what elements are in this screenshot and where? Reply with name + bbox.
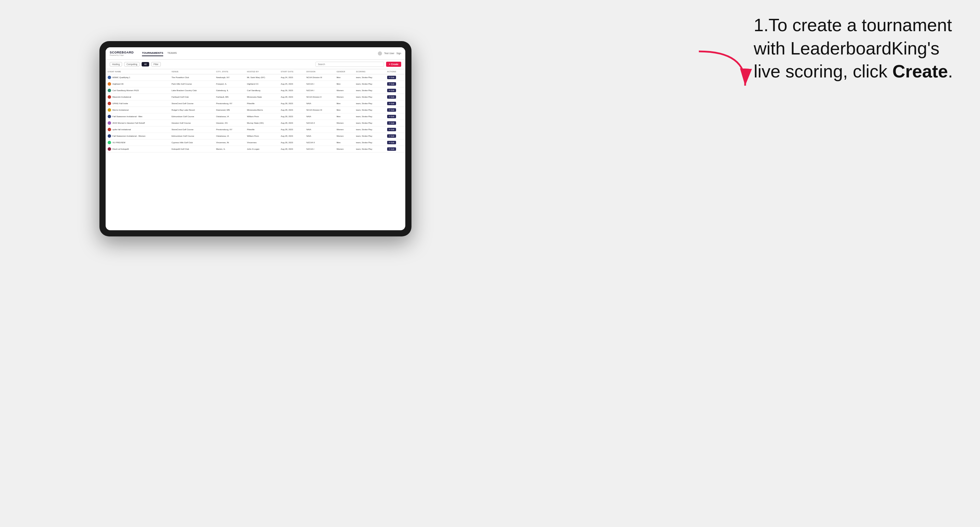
cell-division: NJCAA I — [304, 87, 335, 94]
cell-scoring: team, Stroke Play — [354, 81, 385, 87]
cell-gender: Women — [334, 133, 354, 140]
logo-area: SCOREBOARD Powered by Clippt — [110, 51, 134, 56]
cell-city-state: Newburgh, NY — [214, 75, 245, 81]
cell-scoring: team, Stroke Play — [354, 75, 385, 81]
event-name-text: UPIKE Fall Invite — [113, 102, 128, 105]
cell-scoring: team, Stroke Play — [354, 127, 385, 133]
toolbar: Hosting Competing All Filter + Create — [106, 60, 405, 69]
cell-venue: StoneCrest Golf Course — [169, 100, 214, 107]
edit-button[interactable]: ✏ Edit — [387, 102, 396, 105]
cell-hosted-by: Highland CC — [245, 81, 279, 87]
cell-event-name: MSMC Qualifying 1 — [106, 75, 169, 81]
filter-button[interactable]: Filter — [151, 62, 161, 67]
cell-actions: ✏ Edit — [385, 87, 405, 94]
cell-gender: Men — [334, 100, 354, 107]
table-body: MSMC Qualifying 1 The Powelton Club Newb… — [106, 75, 405, 152]
cell-event-name: upike fall invitational — [106, 127, 169, 133]
edit-button[interactable]: ✏ Edit — [387, 148, 396, 151]
cell-division: NAIA — [304, 100, 335, 107]
nav-tabs: TOURNAMENTS TEAMS — [142, 50, 372, 56]
gear-icon[interactable] — [378, 51, 382, 56]
table-row: Fall Statesmen Invitational - Women Edmu… — [106, 133, 405, 140]
team-icon — [108, 108, 111, 112]
cell-start-date: Aug 28, 2023 — [279, 133, 304, 140]
cell-city-state: Galesburg, IL — [214, 87, 245, 94]
event-name-text: Morris Invitational — [113, 109, 129, 111]
event-name-text: Carl Sandburg Women FA23 — [113, 89, 139, 92]
cell-event-name: Maverick Invitational — [106, 94, 169, 100]
tab-teams[interactable]: TEAMS — [167, 50, 177, 56]
edit-button[interactable]: ✏ Edit — [387, 121, 396, 125]
team-icon — [108, 128, 111, 131]
event-name-text: Highland 36 — [113, 83, 123, 85]
all-button[interactable]: All — [142, 62, 149, 67]
cell-city-state: Prestonsburg, KY — [214, 100, 245, 107]
edit-button[interactable]: ✏ Edit — [387, 76, 396, 79]
cell-hosted-by: Pikeville — [245, 127, 279, 133]
edit-button[interactable]: ✏ Edit — [387, 95, 396, 99]
edit-button[interactable]: ✏ Edit — [387, 82, 396, 86]
cell-gender: Men — [334, 81, 354, 87]
search-input[interactable] — [315, 62, 384, 67]
cell-venue: Edmundson Golf Course — [169, 133, 214, 140]
cell-venue: Edmundson Golf Course — [169, 113, 214, 120]
edit-button[interactable]: ✏ Edit — [387, 108, 396, 112]
cell-actions: ✏ Edit — [385, 100, 405, 107]
competing-button[interactable]: Competing — [124, 62, 140, 67]
cell-start-date: Aug 28, 2023 — [279, 113, 304, 120]
cell-actions: ✏ Edit — [385, 146, 405, 152]
cell-venue: Kokopelli Golf Club — [169, 146, 214, 152]
event-name-text: Klash at Kokopelli — [113, 148, 129, 150]
cell-division: NCAA Division III — [304, 75, 335, 81]
table-row: Highland 36 Park Hills Golf Course Freep… — [106, 81, 405, 87]
cell-start-date: Aug 28, 2023 — [279, 100, 304, 107]
user-label: Test User — [384, 52, 395, 54]
cell-start-date: Aug 26, 2023 — [279, 87, 304, 94]
edit-button[interactable]: ✏ Edit — [387, 128, 396, 131]
cell-scoring: team, Stroke Play — [354, 120, 385, 127]
cell-city-state: Marion, IL — [214, 146, 245, 152]
edit-button[interactable]: ✏ Edit — [387, 134, 396, 138]
cell-hosted-by: William Penn — [245, 113, 279, 120]
cell-city-state: Deerwood, MN — [214, 107, 245, 113]
cell-gender: Women — [334, 94, 354, 100]
cell-venue: Hesston Golf Course — [169, 120, 214, 127]
cell-start-date: Aug 24, 2023 — [279, 75, 304, 81]
cell-division: NAIA — [304, 113, 335, 120]
table-row: 2023 Women's Hesston Fall Kickoff Hessto… — [106, 120, 405, 127]
cell-scoring: team, Stroke Play — [354, 94, 385, 100]
sign-in-label[interactable]: Sign — [396, 52, 401, 54]
col-gender: GENDER — [334, 69, 354, 75]
table-container: EVENT NAME VENUE CITY, STATE HOSTED BY S… — [106, 69, 405, 230]
edit-button[interactable]: ✏ Edit — [387, 141, 396, 144]
edit-button[interactable]: ✏ Edit — [387, 89, 396, 92]
cell-actions: ✏ Edit — [385, 127, 405, 133]
cell-division: NCAA Division III — [304, 107, 335, 113]
edit-button[interactable]: ✏ Edit — [387, 115, 396, 118]
col-division: DIVISION — [304, 69, 335, 75]
logo-text: SCOREBOARD — [110, 51, 134, 54]
table-row: Morris Invitational Rutger's Bay Lake Re… — [106, 107, 405, 113]
team-icon — [108, 102, 111, 105]
logo-sub: Powered by Clippt — [110, 54, 134, 56]
cell-division: NAIA — [304, 127, 335, 133]
cell-division: NJCAA II — [304, 140, 335, 146]
tab-tournaments[interactable]: TOURNAMENTS — [142, 50, 163, 56]
tablet-frame: SCOREBOARD Powered by Clippt TOURNAMENTS… — [99, 41, 412, 237]
cell-start-date: Aug 28, 2023 — [279, 120, 304, 127]
cell-actions: ✏ Edit — [385, 140, 405, 146]
cell-event-name: 2023 Women's Hesston Fall Kickoff — [106, 120, 169, 127]
team-icon — [108, 76, 111, 79]
hosting-button[interactable]: Hosting — [110, 62, 122, 67]
col-actions: ACTIONS — [385, 69, 405, 75]
team-icon — [108, 121, 111, 125]
table-row: Klash at Kokopelli Kokopelli Golf Club M… — [106, 146, 405, 152]
cell-start-date: Aug 28, 2023 — [279, 146, 304, 152]
col-start-date: START DATE — [279, 69, 304, 75]
table-row: Fall Statesmen Invitational - Men Edmund… — [106, 113, 405, 120]
cell-division: NCAA Division II — [304, 94, 335, 100]
cell-division: NAIA — [304, 133, 335, 140]
create-button[interactable]: + Create — [386, 62, 401, 67]
cell-event-name: Fall Statesmen Invitational - Men — [106, 113, 169, 120]
cell-hosted-by: William Penn — [245, 133, 279, 140]
